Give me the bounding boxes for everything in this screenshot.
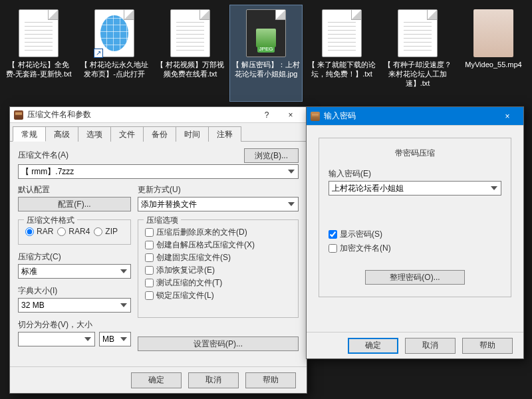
- password-body: 带密码压缩 输入密码(E) 上村花论坛看小姐姐 显示密码(S) 加密文件名(N)…: [307, 126, 523, 305]
- format-zip[interactable]: ZIP: [94, 227, 118, 236]
- archive-name-label: 压缩文件名(A): [18, 150, 68, 161]
- close-button[interactable]: ×: [495, 110, 519, 123]
- split-size-input[interactable]: [18, 332, 95, 346]
- dict-size-label: 字典大小(I): [18, 285, 131, 297]
- text-file-icon: [322, 9, 362, 57]
- tab-options[interactable]: 选项: [78, 126, 111, 142]
- file-label: MyVideo_55.mp4: [459, 60, 528, 69]
- file-item[interactable]: 【 村花论坛】全免费-无套路-更新快.txt: [3, 5, 74, 101]
- winrar-icon: [14, 110, 23, 120]
- file-item[interactable]: 【 有种子却没速度？来村花论坛人工加速】.txt: [382, 5, 454, 101]
- default-profile-label: 默认配置: [18, 184, 131, 196]
- update-mode-select[interactable]: 添加并替换文件: [138, 197, 299, 211]
- archive-options-label: 压缩选项: [144, 215, 181, 226]
- profiles-button[interactable]: 配置(F)...: [18, 197, 131, 211]
- password-input[interactable]: 上村花论坛看小姐姐: [329, 181, 501, 196]
- cancel-button[interactable]: 取消: [188, 372, 239, 388]
- organize-passwords-button[interactable]: 整理密码(O)...: [365, 270, 465, 285]
- jpeg-file-icon: JPEG: [246, 9, 286, 57]
- file-label: 【 村花视频】万部视频免费在线看.txt: [156, 60, 225, 78]
- tab-backup[interactable]: 备份: [143, 126, 176, 142]
- split-label: 切分为分卷(V)，大小: [18, 319, 131, 331]
- format-rar[interactable]: RAR: [25, 227, 53, 236]
- text-file-icon: [170, 9, 210, 57]
- file-explorer-row: 【 村花论坛】全免费-无套路-更新快.txt ↗ 【 村花论坛永久地址发布页】-…: [0, 0, 532, 106]
- dict-size-select[interactable]: 32 MB: [18, 298, 131, 313]
- file-item-selected[interactable]: JPEG 【 解压密码】：上村花论坛看小姐姐.jpg: [230, 5, 302, 101]
- compression-method-select[interactable]: 标准: [18, 264, 131, 279]
- group-caption: 带密码压缩: [329, 148, 501, 159]
- file-item[interactable]: ↗ 【 村花论坛永久地址发布页】-点此打开: [78, 5, 150, 101]
- set-password-button[interactable]: 设置密码(P)...: [138, 336, 299, 351]
- enter-password-label: 输入密码(E): [329, 168, 501, 180]
- ok-button[interactable]: 确定: [348, 338, 398, 354]
- file-label: 【 村花论坛永久地址发布页】-点此打开: [80, 60, 149, 78]
- opt-sfx[interactable]: 创建自解压格式压缩文件(X): [145, 239, 291, 251]
- archive-format-group: 压缩文件格式 RAR RAR4 ZIP: [18, 219, 131, 245]
- dialog-title: 压缩文件名和参数: [27, 109, 255, 120]
- tab-comment[interactable]: 注释: [208, 126, 241, 142]
- tab-time[interactable]: 时间: [176, 126, 209, 142]
- file-label: 【 来了就能下载的论坛，纯免费！】.txt: [307, 60, 376, 78]
- tab-advanced[interactable]: 高级: [45, 126, 78, 142]
- winrar-icon: [311, 112, 320, 121]
- archive-params-dialog: 压缩文件名和参数 ? × 常规 高级 选项 文件 备份 时间 注释 压缩文件名(…: [9, 106, 307, 394]
- file-label: 【 有种子却没速度？来村花论坛人工加速】.txt: [383, 60, 452, 88]
- file-label: 【 村花论坛】全免费-无套路-更新快.txt: [4, 60, 73, 78]
- archive-name-input[interactable]: 【 rmm】.7zzz: [18, 164, 299, 179]
- help-button[interactable]: ?: [255, 108, 279, 122]
- cancel-button[interactable]: 取消: [405, 338, 456, 354]
- ok-button[interactable]: 确定: [131, 372, 182, 388]
- opt-lock[interactable]: 锁定压缩文件(L): [145, 290, 291, 301]
- compression-method-label: 压缩方式(C): [18, 251, 131, 263]
- tab-strip: 常规 高级 选项 文件 备份 时间 注释: [10, 126, 307, 142]
- opt-solid[interactable]: 创建固实压缩文件(S): [145, 252, 291, 263]
- encrypt-filenames-check[interactable]: 加密文件名(N): [329, 243, 501, 254]
- format-rar4[interactable]: RAR4: [57, 227, 90, 236]
- dialog-title: 输入密码: [324, 110, 495, 122]
- browse-button[interactable]: 浏览(B)...: [244, 148, 299, 163]
- tab-general[interactable]: 常规: [13, 126, 46, 142]
- archive-format-label: 压缩文件格式: [24, 215, 77, 226]
- help-button[interactable]: 帮助: [462, 338, 513, 354]
- video-thumbnail-icon: [473, 9, 513, 57]
- shortcut-overlay-icon: ↗: [94, 49, 103, 58]
- file-item[interactable]: MyVideo_55.mp4: [458, 5, 529, 101]
- split-unit-select[interactable]: MB: [99, 332, 131, 346]
- opt-recovery[interactable]: 添加恢复记录(E): [145, 265, 291, 276]
- close-button[interactable]: ×: [279, 108, 303, 122]
- opt-test[interactable]: 测试压缩的文件(T): [145, 277, 291, 289]
- file-item[interactable]: 【 来了就能下载的论坛，纯免费！】.txt: [306, 5, 378, 101]
- titlebar[interactable]: 压缩文件名和参数 ? ×: [10, 107, 307, 123]
- tab-files[interactable]: 文件: [110, 126, 144, 142]
- help-button[interactable]: 帮助: [245, 372, 296, 388]
- text-file-icon: [398, 9, 438, 57]
- shortcut-globe-icon: ↗: [94, 9, 134, 57]
- password-group: 带密码压缩 输入密码(E) 上村花论坛看小姐姐 显示密码(S) 加密文件名(N)…: [319, 138, 511, 297]
- text-file-icon: [19, 9, 59, 57]
- dialog-footer: 确定 取消 帮助: [10, 366, 307, 393]
- show-password-check[interactable]: 显示密码(S): [329, 229, 501, 240]
- tab-body-general: 压缩文件名(A) 浏览(B)... 【 rmm】.7zzz 默认配置 配置(F)…: [10, 142, 307, 356]
- dialog-footer: 确定 取消 帮助: [307, 332, 523, 358]
- titlebar[interactable]: 输入密码 ×: [307, 107, 523, 126]
- file-label: 【 解压密码】：上村花论坛看小姐姐.jpg: [231, 60, 301, 78]
- file-item[interactable]: 【 村花视频】万部视频免费在线看.txt: [154, 5, 226, 101]
- opt-delete-after[interactable]: 压缩后删除原来的文件(D): [145, 227, 291, 238]
- archive-options-group: 压缩选项 压缩后删除原来的文件(D) 创建自解压格式压缩文件(X) 创建固实压缩…: [138, 219, 299, 318]
- update-mode-label: 更新方式(U): [138, 184, 299, 196]
- enter-password-dialog: 输入密码 × 带密码压缩 输入密码(E) 上村花论坛看小姐姐 显示密码(S) 加…: [306, 106, 524, 359]
